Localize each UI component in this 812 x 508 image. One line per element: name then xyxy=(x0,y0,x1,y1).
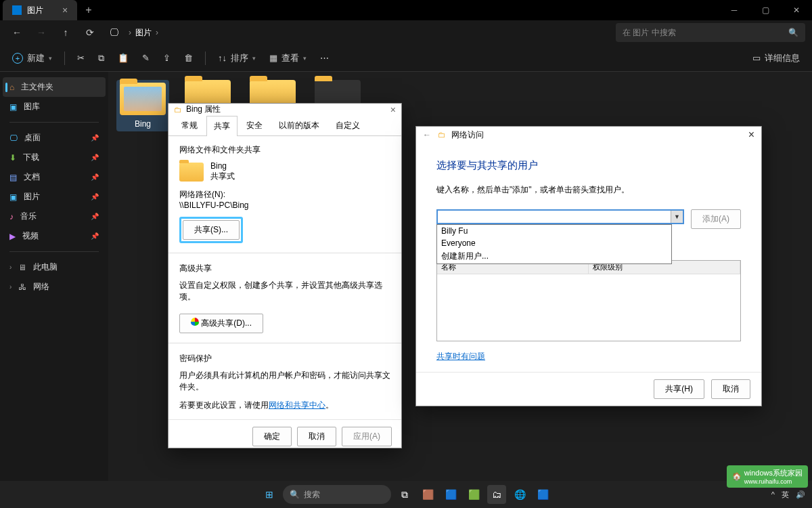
tab-security[interactable]: 安全 xyxy=(239,115,270,135)
close-button[interactable]: ✕ xyxy=(781,0,812,20)
sidebar-item-network[interactable]: › 🖧 网络 xyxy=(3,277,106,297)
refresh-button[interactable]: ⟳ xyxy=(80,22,100,43)
search-input[interactable]: 在 图片 中搜索 🔍 xyxy=(616,23,805,42)
up-button[interactable]: ↑ xyxy=(55,22,76,43)
chevron-up-icon[interactable]: ^ xyxy=(771,490,775,499)
cut-button[interactable]: ✂ xyxy=(72,49,90,67)
dropdown-item[interactable]: Billy Fu xyxy=(437,225,671,237)
taskbar-app[interactable]: 🟩 xyxy=(464,485,483,504)
taskbar-search[interactable]: 🔍 搜索 xyxy=(283,485,391,504)
pin-icon[interactable]: 📌 xyxy=(91,134,99,142)
pin-icon[interactable]: 📌 xyxy=(91,193,99,200)
sidebar-item-gallery[interactable]: ▣ 图库 xyxy=(3,97,106,117)
sidebar-item-thispc[interactable]: › 🖥 此电脑 xyxy=(3,257,106,277)
sidebar-item-downloads[interactable]: ⬇ 下载 📌 xyxy=(3,148,106,167)
monitor-icon[interactable]: 🖵 xyxy=(104,22,125,43)
more-button[interactable]: ⋯ xyxy=(315,49,334,67)
add-button[interactable]: 添加(A) xyxy=(691,209,741,229)
sidebar-item-pictures[interactable]: ▣ 图片 📌 xyxy=(3,187,106,207)
dropdown-item[interactable]: Everyone xyxy=(437,237,671,249)
share-button[interactable]: 共享(S)... xyxy=(183,220,240,240)
tab-custom[interactable]: 自定义 xyxy=(328,115,367,135)
task-view-button[interactable]: ⧉ xyxy=(395,485,414,504)
cancel-button[interactable]: 取消 xyxy=(711,379,750,399)
paste-button[interactable]: 📋 xyxy=(112,49,134,67)
section-text: 用户必须具有此计算机的用户帐户和密码，才能访问共享文件夹。 xyxy=(179,370,390,393)
pin-icon[interactable]: 📌 xyxy=(91,173,99,181)
share-button[interactable]: ⇪ xyxy=(158,49,176,67)
sidebar-item-video[interactable]: ▶ 视频 📌 xyxy=(3,226,106,246)
folder-item-bing[interactable]: Bing xyxy=(116,80,169,131)
copy-button[interactable]: ⧉ xyxy=(93,49,110,68)
forward-button[interactable]: → xyxy=(31,22,51,43)
back-button[interactable]: ← xyxy=(7,22,27,43)
pin-icon[interactable]: 📌 xyxy=(91,213,99,220)
network-access-dialog: ← 🗀 网络访问 × 选择要与其共享的用户 键入名称，然后单击"添加"，或者单击… xyxy=(415,126,762,406)
sharing-problem-link[interactable]: 共享时有问题 xyxy=(436,352,485,361)
close-icon[interactable]: × xyxy=(748,129,754,141)
window-tab[interactable]: 图片 × xyxy=(3,0,77,20)
user-combobox[interactable]: ▼ xyxy=(436,209,684,224)
text: 若要更改此设置，请使用 xyxy=(179,400,269,410)
rename-button[interactable]: ✎ xyxy=(137,49,155,67)
share-button[interactable]: 共享(H) xyxy=(654,379,704,399)
path-label: 网络路径(N): xyxy=(179,189,390,200)
network-center-link[interactable]: 网络和共享中心 xyxy=(269,400,325,410)
explorer-button[interactable]: 🗂 xyxy=(487,485,506,504)
sidebar-item-home[interactable]: ⌂ 主文件夹 xyxy=(3,77,106,97)
tabs: 常规 共享 安全 以前的版本 自定义 xyxy=(168,115,401,136)
pin-icon[interactable]: 📌 xyxy=(91,232,99,240)
tab-label: 图片 xyxy=(27,5,43,16)
dialog-titlebar[interactable]: ← 🗀 网络访问 × xyxy=(416,127,761,143)
cancel-button[interactable]: 取消 xyxy=(297,427,336,446)
sidebar-item-music[interactable]: ♪ 音乐 📌 xyxy=(3,207,106,226)
volume-icon[interactable]: 🔊 xyxy=(796,490,805,499)
maximize-button[interactable]: ▢ xyxy=(750,0,781,20)
folder-name: Bing xyxy=(210,161,235,171)
close-tab-icon[interactable]: × xyxy=(62,5,68,16)
new-button[interactable]: + 新建 ▾ xyxy=(7,48,58,68)
tab-general[interactable]: 常规 xyxy=(174,115,205,135)
advanced-share-button[interactable]: 高级共享(D)... xyxy=(179,314,263,333)
section-heading: 高级共享 xyxy=(179,263,390,274)
taskbar-app[interactable]: 🟫 xyxy=(418,485,437,504)
search-placeholder: 在 图片 中搜索 xyxy=(623,27,676,39)
dialog-titlebar[interactable]: 🗀 Bing 属性 × xyxy=(168,104,401,115)
ok-button[interactable]: 确定 xyxy=(252,427,292,446)
view-button[interactable]: ▦ 查看 ▾ xyxy=(264,48,312,68)
add-tab-button[interactable]: + xyxy=(77,4,99,16)
delete-button[interactable]: 🗑 xyxy=(179,49,198,67)
edge-button[interactable]: 🌐 xyxy=(510,485,529,504)
chevron-down-icon[interactable]: ▼ xyxy=(671,211,683,223)
dropdown-item[interactable]: 创建新用户... xyxy=(437,249,671,263)
chevron-right-icon: › xyxy=(9,263,12,271)
user-listbox[interactable]: 名称 权限级别 xyxy=(436,260,741,341)
close-icon[interactable]: × xyxy=(390,104,396,115)
minimize-button[interactable]: ─ xyxy=(719,0,750,20)
back-button[interactable]: ← xyxy=(423,130,431,140)
new-label: 新建 xyxy=(27,52,45,64)
sort-button[interactable]: ↑↓ 排序 ▾ xyxy=(212,48,261,68)
breadcrumb[interactable]: 图片 xyxy=(135,27,152,39)
pin-icon[interactable]: 📌 xyxy=(91,154,99,161)
chevron-down-icon: ▾ xyxy=(49,55,52,62)
gallery-icon: ▣ xyxy=(9,102,17,112)
details-button[interactable]: ▭ 详细信息 xyxy=(747,48,805,68)
apply-button[interactable]: 应用(A) xyxy=(342,427,392,446)
folder-icon: 🗀 xyxy=(174,105,182,114)
sort-label: 排序 xyxy=(231,52,248,64)
system-tray[interactable]: ^ 英 🔊 xyxy=(771,490,805,500)
dialog-footer: 共享(H) 取消 xyxy=(416,372,761,406)
search-icon: 🔍 xyxy=(290,490,300,499)
toolbar: + 新建 ▾ ✂ ⧉ 📋 ✎ ⇪ 🗑 ↑↓ 排序 ▾ ▦ 查看 ▾ ⋯ ▭ 详细… xyxy=(0,45,812,72)
taskbar-app[interactable]: 🟦 xyxy=(441,485,460,504)
tab-previous[interactable]: 以前的版本 xyxy=(271,115,327,135)
separator xyxy=(64,51,65,65)
ime-indicator[interactable]: 英 xyxy=(782,490,789,500)
sidebar-item-documents[interactable]: ▤ 文档 📌 xyxy=(3,167,106,187)
tab-share[interactable]: 共享 xyxy=(206,116,238,136)
user-input[interactable] xyxy=(438,211,671,223)
start-button[interactable]: ⊞ xyxy=(260,485,279,504)
taskbar-app[interactable]: 🟦 xyxy=(533,485,552,504)
sidebar-item-desktop[interactable]: 🖵 桌面 📌 xyxy=(3,128,106,148)
